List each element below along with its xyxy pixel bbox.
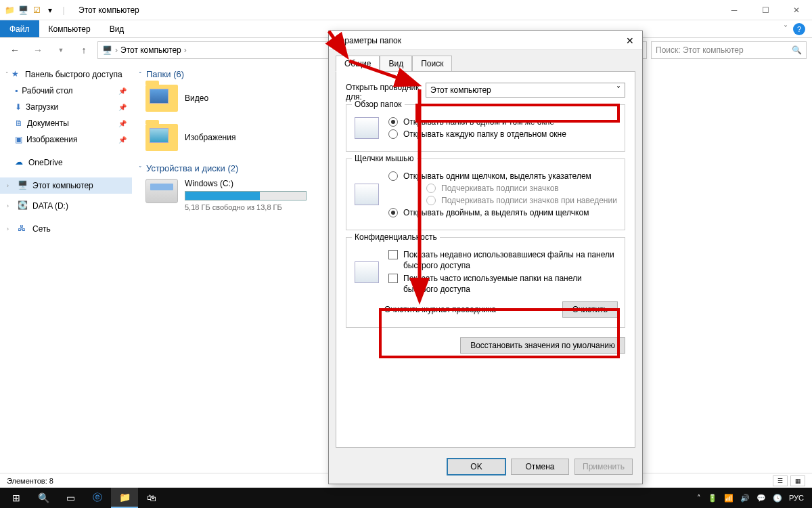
- check-frequent-folders[interactable]: [388, 274, 398, 283]
- recent-locations-button[interactable]: ▼: [51, 41, 70, 60]
- images-icon: ▣: [15, 135, 22, 144]
- browse-folders-group: Обзор папок Открывать папки в одном и то…: [346, 104, 625, 152]
- drive-icon: [145, 179, 178, 203]
- volume-icon[interactable]: 🔊: [740, 494, 750, 503]
- folder-icon: [145, 124, 178, 151]
- ribbon-tab-computer[interactable]: Компьютер: [39, 20, 100, 37]
- check-icon: ☑: [31, 5, 42, 16]
- open-explorer-select[interactable]: Этот компьютер ˅: [426, 83, 625, 98]
- divider: |: [58, 5, 69, 16]
- navigation-pane: ˅ ★ Панель быстрого доступа ▪Рабочий сто…: [0, 62, 132, 474]
- sidebar-item-network[interactable]: ›🖧Сеть: [0, 221, 132, 237]
- restore-defaults-button[interactable]: Восстановить значения по умолчанию: [460, 337, 625, 354]
- task-view-button[interactable]: ▭: [57, 488, 84, 508]
- monitor-icon: 🖥️: [18, 180, 28, 191]
- sidebar-item-desktop[interactable]: ▪Рабочий стол📌: [0, 83, 132, 99]
- pin-icon: 📌: [118, 87, 127, 95]
- sidebar-onedrive[interactable]: ☁OneDrive: [0, 154, 132, 171]
- pin-icon: 📌: [118, 136, 127, 144]
- ribbon-expand-icon[interactable]: ˅: [784, 24, 788, 34]
- pc-icon: 🖥️: [102, 45, 112, 55]
- browse-folders-legend: Обзор папок: [352, 100, 405, 109]
- sidebar-item-images[interactable]: ▣Изображения📌: [0, 131, 132, 148]
- chevron-right-icon: ›: [7, 203, 14, 209]
- onedrive-icon: ☁: [15, 157, 26, 168]
- privacy-group: Конфиденциальность Показать недавно испо…: [346, 237, 625, 328]
- search-button[interactable]: 🔍: [30, 488, 57, 508]
- dialog-tab-view[interactable]: Вид: [380, 56, 412, 72]
- sidebar-item-downloads[interactable]: ⬇Загрузки📌: [0, 99, 132, 115]
- store-button[interactable]: 🛍: [138, 488, 165, 508]
- radio-double-click[interactable]: [388, 208, 398, 217]
- start-button[interactable]: ⊞: [3, 488, 30, 508]
- view-details-button[interactable]: ☰: [773, 475, 788, 486]
- radio-same-window[interactable]: [388, 117, 398, 127]
- disk-icon: 💽: [18, 200, 28, 211]
- explorer-button[interactable]: 📁: [111, 488, 138, 508]
- privacy-legend: Конфиденциальность: [352, 232, 440, 242]
- radio-new-window[interactable]: [388, 129, 398, 139]
- radio-single-click[interactable]: [388, 171, 398, 181]
- dialog-tab-search[interactable]: Поиск: [412, 56, 452, 72]
- ok-button[interactable]: OK: [447, 459, 505, 475]
- maximize-button[interactable]: ☐: [750, 0, 781, 20]
- system-tray: ˄ 🔋 📶 🔊 💬 🕓 РУС: [697, 494, 809, 503]
- sidebar-quick-access[interactable]: ˅ ★ Панель быстрого доступа: [0, 66, 132, 83]
- apply-button[interactable]: Применить: [574, 459, 633, 475]
- sidebar-item-data-d[interactable]: ›💽DATA (D:): [0, 198, 132, 214]
- check-recent-files[interactable]: [388, 250, 398, 259]
- drive-label: Windows (C:): [185, 179, 307, 188]
- minimize-button[interactable]: ─: [719, 0, 750, 20]
- edge-button[interactable]: ⓔ: [84, 488, 111, 508]
- pin-icon: 📌: [118, 104, 127, 111]
- chevron-down-icon: ˅: [616, 85, 621, 95]
- help-icon[interactable]: ?: [793, 23, 805, 35]
- ribbon-tab-view[interactable]: Вид: [100, 20, 134, 37]
- open-explorer-label: Открыть проводник для:: [346, 83, 420, 102]
- clear-button[interactable]: Очистить: [562, 301, 618, 318]
- notifications-icon[interactable]: 💬: [757, 494, 766, 503]
- clock-folder-icon: [355, 261, 379, 283]
- status-elements-count: Элементов: 8: [7, 477, 53, 485]
- quick-access-toolbar: 📁 🖥️ ☑ ▾ |: [0, 5, 73, 16]
- sidebar-item-this-pc[interactable]: ›🖥️Этот компьютер: [0, 177, 132, 194]
- downloads-icon: ⬇: [15, 102, 22, 112]
- wifi-icon[interactable]: 📶: [724, 494, 734, 503]
- window-title: Этот компьютер: [78, 5, 139, 15]
- dialog-tab-general[interactable]: Общие: [336, 56, 380, 72]
- dialog-close-button[interactable]: ✕: [623, 35, 637, 46]
- close-button[interactable]: ✕: [781, 0, 812, 20]
- network-icon: 🖧: [18, 224, 28, 234]
- clock-icon[interactable]: 🕓: [773, 494, 782, 503]
- chevron-down-icon: ˅: [5, 71, 9, 78]
- ribbon-file[interactable]: Файл: [0, 20, 39, 37]
- back-button[interactable]: ←: [5, 41, 24, 60]
- battery-icon[interactable]: 🔋: [708, 494, 717, 503]
- desktop-icon: ▪: [15, 86, 18, 96]
- folder-window-icon: [355, 117, 379, 139]
- radio-underline-hover: [426, 196, 436, 205]
- taskbar: ⊞ 🔍 ▭ ⓔ 📁 🛍 ˄ 🔋 📶 🔊 💬 🕓 РУС: [0, 488, 812, 508]
- chevron-down-icon: ˅: [139, 165, 142, 172]
- view-tiles-button[interactable]: ▦: [790, 475, 805, 486]
- language-indicator[interactable]: РУС: [789, 494, 804, 502]
- tray-up-icon[interactable]: ˄: [697, 494, 701, 503]
- cancel-button[interactable]: Отмена: [511, 459, 569, 475]
- chevron-down-icon[interactable]: ▾: [45, 5, 55, 16]
- dialog-title: Параметры папок: [334, 36, 401, 45]
- sidebar-item-documents[interactable]: 🗎Документы📌: [0, 115, 132, 131]
- folder-icon: 📁: [4, 5, 15, 16]
- click-items-legend: Щелчки мышью: [352, 154, 417, 163]
- breadcrumb-this-pc[interactable]: Этот компьютер: [120, 45, 181, 55]
- cursor-icon: [355, 184, 379, 205]
- forward-button[interactable]: →: [28, 41, 47, 60]
- pin-icon: 📌: [118, 120, 127, 127]
- click-items-group: Щелчки мышью Открывать одним щелчком, вы…: [346, 158, 625, 230]
- dialog-titlebar: Параметры папок ✕: [329, 31, 642, 50]
- up-button[interactable]: ↑: [74, 41, 93, 60]
- search-placeholder: Поиск: Этот компьютер: [656, 45, 744, 55]
- search-input[interactable]: Поиск: Этот компьютер 🔍: [651, 41, 807, 59]
- search-icon: 🔍: [792, 45, 802, 55]
- chevron-right-icon: ›: [7, 226, 14, 232]
- drive-usage-bar: [185, 191, 307, 200]
